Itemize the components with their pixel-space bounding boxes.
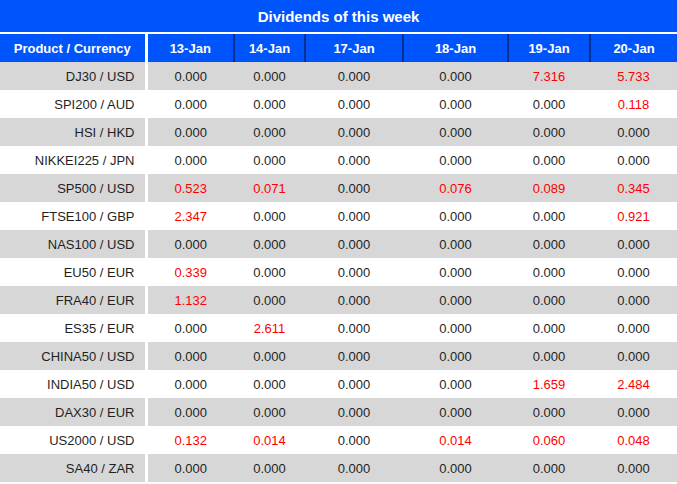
- value-cell: 0.000: [234, 230, 305, 258]
- value-cell: 0.000: [508, 118, 590, 146]
- value-cell: 0.000: [146, 62, 234, 90]
- value-cell: 2.611: [234, 314, 305, 342]
- value-cell: 0.000: [146, 398, 234, 426]
- table-row: ES35 / EUR0.0002.6110.0000.0000.0000.000: [0, 314, 677, 342]
- value-cell: 0.000: [590, 230, 677, 258]
- value-cell: 0.000: [403, 258, 508, 286]
- value-cell: 0.000: [403, 62, 508, 90]
- value-cell: 0.000: [234, 258, 305, 286]
- table-row: SP500 / USD0.5230.0710.0000.0760.0890.34…: [0, 174, 677, 202]
- value-cell: 0.345: [590, 174, 677, 202]
- value-cell: 0.071: [234, 174, 305, 202]
- value-cell: 0.132: [146, 426, 234, 454]
- product-cell: FTSE100 / GBP: [0, 202, 146, 230]
- product-cell: SA40 / ZAR: [0, 454, 146, 482]
- value-cell: 0.000: [146, 370, 234, 398]
- value-cell: 0.000: [403, 286, 508, 314]
- value-cell: 0.000: [305, 370, 403, 398]
- column-header-date: 14-Jan: [234, 34, 305, 62]
- product-cell: SP500 / USD: [0, 174, 146, 202]
- product-cell: US2000 / USD: [0, 426, 146, 454]
- value-cell: 0.000: [590, 146, 677, 174]
- value-cell: 0.000: [234, 90, 305, 118]
- column-header-date: 18-Jan: [403, 34, 508, 62]
- dividends-widget: Dividends of this week Product / Currenc…: [0, 0, 677, 484]
- value-cell: 0.000: [403, 90, 508, 118]
- value-cell: 0.000: [403, 202, 508, 230]
- value-cell: 0.060: [508, 426, 590, 454]
- column-header-date: 20-Jan: [590, 34, 677, 62]
- value-cell: 0.000: [403, 454, 508, 482]
- value-cell: 2.484: [590, 370, 677, 398]
- value-cell: 0.000: [234, 62, 305, 90]
- table-header-row: Product / Currency13-Jan14-Jan17-Jan18-J…: [0, 34, 677, 62]
- product-cell: FRA40 / EUR: [0, 286, 146, 314]
- value-cell: 0.000: [305, 174, 403, 202]
- value-cell: 1.659: [508, 370, 590, 398]
- value-cell: 2.347: [146, 202, 234, 230]
- value-cell: 0.000: [305, 146, 403, 174]
- page-title: Dividends of this week: [0, 0, 677, 34]
- product-cell: EU50 / EUR: [0, 258, 146, 286]
- value-cell: 0.000: [234, 146, 305, 174]
- value-cell: 0.339: [146, 258, 234, 286]
- value-cell: 0.000: [234, 118, 305, 146]
- value-cell: 0.000: [146, 342, 234, 370]
- value-cell: 0.000: [146, 230, 234, 258]
- value-cell: 0.000: [508, 146, 590, 174]
- value-cell: 0.000: [508, 454, 590, 482]
- value-cell: 0.000: [403, 370, 508, 398]
- value-cell: 0.000: [305, 258, 403, 286]
- value-cell: 0.076: [403, 174, 508, 202]
- value-cell: 5.733: [590, 62, 677, 90]
- product-cell: ES35 / EUR: [0, 314, 146, 342]
- table-row: SA40 / ZAR0.0000.0000.0000.0000.0000.000: [0, 454, 677, 482]
- value-cell: 0.000: [590, 314, 677, 342]
- value-cell: 0.000: [305, 202, 403, 230]
- value-cell: 0.000: [590, 454, 677, 482]
- value-cell: 0.000: [305, 454, 403, 482]
- value-cell: 0.000: [305, 342, 403, 370]
- value-cell: 0.000: [590, 342, 677, 370]
- value-cell: 1.132: [146, 286, 234, 314]
- value-cell: 0.000: [508, 202, 590, 230]
- value-cell: 0.089: [508, 174, 590, 202]
- table-row: US2000 / USD0.1320.0140.0000.0140.0600.0…: [0, 426, 677, 454]
- value-cell: 0.523: [146, 174, 234, 202]
- value-cell: 0.000: [305, 426, 403, 454]
- column-header-date: 17-Jan: [305, 34, 403, 62]
- value-cell: 0.000: [146, 118, 234, 146]
- value-cell: 0.014: [234, 426, 305, 454]
- value-cell: 0.014: [403, 426, 508, 454]
- value-cell: 0.000: [403, 342, 508, 370]
- value-cell: 0.000: [305, 314, 403, 342]
- product-cell: CHINA50 / USD: [0, 342, 146, 370]
- value-cell: 0.000: [590, 286, 677, 314]
- value-cell: 0.000: [234, 202, 305, 230]
- value-cell: 0.000: [403, 230, 508, 258]
- value-cell: 0.000: [305, 90, 403, 118]
- value-cell: 0.000: [234, 370, 305, 398]
- dividends-table: Product / Currency13-Jan14-Jan17-Jan18-J…: [0, 34, 677, 482]
- value-cell: 0.048: [590, 426, 677, 454]
- column-header-date: 19-Jan: [508, 34, 590, 62]
- table-row: HSI / HKD0.0000.0000.0000.0000.0000.000: [0, 118, 677, 146]
- value-cell: 0.000: [403, 398, 508, 426]
- value-cell: 0.000: [146, 454, 234, 482]
- value-cell: 0.000: [403, 146, 508, 174]
- value-cell: 0.000: [590, 118, 677, 146]
- value-cell: 0.000: [234, 398, 305, 426]
- table-row: FTSE100 / GBP2.3470.0000.0000.0000.0000.…: [0, 202, 677, 230]
- value-cell: 0.000: [234, 342, 305, 370]
- product-cell: HSI / HKD: [0, 118, 146, 146]
- value-cell: 0.000: [234, 454, 305, 482]
- value-cell: 0.000: [508, 230, 590, 258]
- table-row: NIKKEI225 / JPN0.0000.0000.0000.0000.000…: [0, 146, 677, 174]
- table-row: CHINA50 / USD0.0000.0000.0000.0000.0000.…: [0, 342, 677, 370]
- value-cell: 0.000: [305, 286, 403, 314]
- column-header-date: 13-Jan: [146, 34, 234, 62]
- product-cell: NAS100 / USD: [0, 230, 146, 258]
- value-cell: 0.000: [508, 398, 590, 426]
- value-cell: 0.000: [590, 258, 677, 286]
- value-cell: 0.000: [305, 398, 403, 426]
